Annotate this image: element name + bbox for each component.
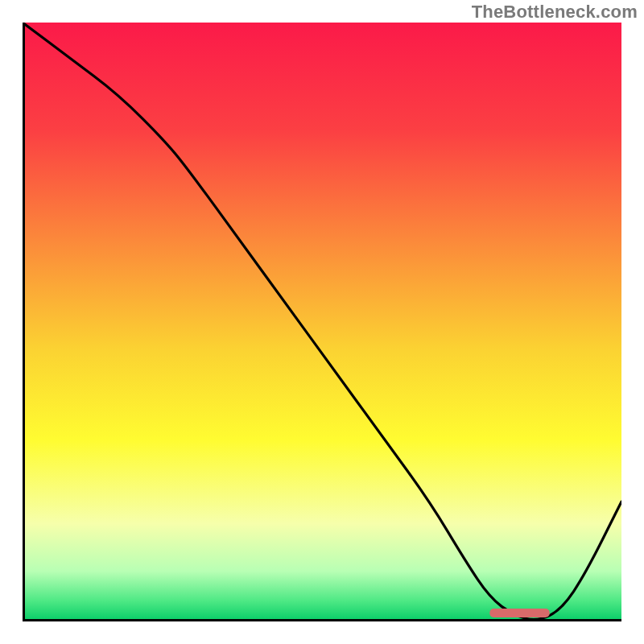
chart-stage: TheBottleneck.com [0,0,644,644]
plot-svg [23,23,621,621]
plot-frame [23,23,621,621]
plot-background [25,23,621,619]
watermark-text: TheBottleneck.com [472,2,638,23]
optimal-range-marker [489,609,549,617]
